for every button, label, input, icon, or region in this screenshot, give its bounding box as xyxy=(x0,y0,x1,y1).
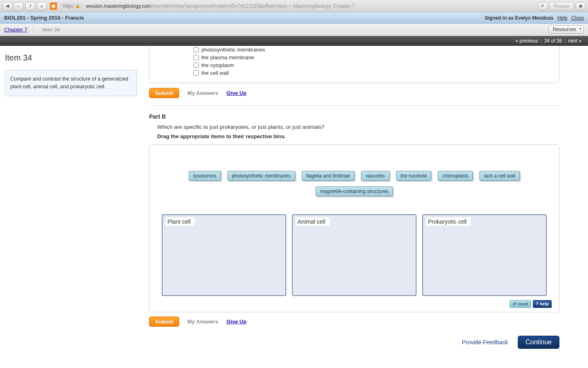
bin-label: Prokaryotic cell xyxy=(426,218,471,226)
url-path: /myct/itemView?assignmentProblemID=74122… xyxy=(151,3,287,9)
give-up-link[interactable]: Give Up xyxy=(226,319,246,325)
part-b-question: Which are specific to just prokaryotes, … xyxy=(157,124,559,130)
checkbox-option[interactable]: the plasma membrane xyxy=(157,54,552,61)
lock-icon: 🔒 xyxy=(75,4,80,8)
chevron-right-icon: 〉 xyxy=(31,25,38,34)
settings-button[interactable]: ◉ xyxy=(576,2,586,10)
provide-feedback-link[interactable]: Provide Feedback xyxy=(462,339,508,346)
item-title: Item 34 xyxy=(5,53,137,63)
part-b-actions: Submit My Answers Give Up xyxy=(149,316,559,327)
reset-button[interactable]: reset xyxy=(510,300,531,308)
draggable-chip[interactable]: vacuoles xyxy=(361,171,389,181)
previous-link[interactable]: « previous xyxy=(513,38,540,44)
draggable-chip[interactable]: photosynthetic membranes xyxy=(227,171,295,181)
submit-button[interactable]: Submit xyxy=(149,316,179,327)
my-answers-link[interactable]: My Answers xyxy=(187,319,218,325)
reload-button[interactable]: ⟳ xyxy=(538,2,548,10)
next-link[interactable]: next » xyxy=(566,38,584,44)
help-link[interactable]: Help xyxy=(557,15,568,21)
sidebar: Item 34 Compare and contrast the structu… xyxy=(0,46,141,361)
drop-bin-plant[interactable]: Plant cell xyxy=(162,214,286,296)
option-label: the cytoplasm xyxy=(201,62,234,68)
my-answers-link[interactable]: My Answers xyxy=(187,90,218,96)
chips-source-area: lysosomes photosynthetic membranes flage… xyxy=(157,156,552,206)
draggable-chip[interactable]: magnetite-containing structures xyxy=(316,186,393,196)
draggable-chip[interactable]: lack a cell wall xyxy=(479,171,520,181)
reader-button[interactable]: Reader xyxy=(549,2,574,10)
course-header: BIOL201 - Spring 2016 - Francis Signed i… xyxy=(0,12,588,24)
divider xyxy=(149,105,559,106)
content-area: photosynthetic membranes the plasma memb… xyxy=(141,46,588,361)
progress-position: 34 of 38 xyxy=(542,38,564,44)
continue-button[interactable]: Continue xyxy=(518,336,559,349)
drop-bin-prokaryotic[interactable]: Prokaryotic cell xyxy=(422,214,547,296)
help-button[interactable]: help xyxy=(533,300,552,308)
part-a-actions: Submit My Answers Give Up xyxy=(149,88,559,98)
checkbox[interactable] xyxy=(194,55,199,60)
forward-button[interactable]: ▶ xyxy=(14,2,24,10)
drag-drop-frame: lysosomes photosynthetic membranes flage… xyxy=(149,144,559,312)
url-domain: session.masteringbiology.com xyxy=(86,3,151,9)
dd-footer: reset help xyxy=(157,300,552,308)
checkbox[interactable] xyxy=(194,47,199,52)
close-link[interactable]: Close xyxy=(571,15,584,21)
option-label: the cell wall xyxy=(201,70,229,76)
draggable-chip[interactable]: lysosomes xyxy=(189,171,221,181)
submit-button[interactable]: Submit xyxy=(149,88,179,98)
breadcrumb-chapter-link[interactable]: Chapter 7 xyxy=(4,27,27,33)
add-button[interactable]: + xyxy=(37,2,47,10)
drop-bin-animal[interactable]: Animal cell xyxy=(292,214,416,296)
item-description: Compare and contrast the structure of a … xyxy=(5,70,137,96)
back-button[interactable]: ◀ xyxy=(2,2,12,10)
checkbox-option[interactable]: the cytoplasm xyxy=(157,61,552,69)
url-scheme-pill: https 🔒 xyxy=(60,3,82,9)
address-bar[interactable]: session.masteringbiology.com/myct/itemVi… xyxy=(84,3,536,9)
favicon: ◉ xyxy=(50,2,57,10)
progress-bar: « previous | 34 of 38 | next » xyxy=(0,36,588,46)
share-button[interactable]: ⇪ xyxy=(25,2,35,10)
checkbox-option[interactable]: the cell wall xyxy=(157,69,552,77)
bins-row: Plant cell Animal cell Prokaryotic cell xyxy=(162,214,547,296)
bottom-row: Provide Feedback Continue xyxy=(149,336,559,349)
breadcrumb-bar: Chapter 7 〉 Item 34 Resources xyxy=(0,24,588,36)
browser-toolbar: ◀ ▶ ⇪ + ◉ https 🔒 session.masteringbiolo… xyxy=(0,0,588,12)
draggable-chip[interactable]: chloroplasts xyxy=(438,171,473,181)
resources-dropdown[interactable]: Resources xyxy=(548,25,584,34)
checkbox-option[interactable]: photosynthetic membranes xyxy=(157,46,552,54)
scheme-label: https xyxy=(63,3,74,9)
option-label: the plasma membrane xyxy=(201,54,254,61)
signed-in-label: Signed in as Evelyn Mendoza xyxy=(485,15,553,21)
part-a-answer-box: photosynthetic membranes the plasma memb… xyxy=(149,46,559,83)
part-b-instruction: Drag the appropriate items to their resp… xyxy=(157,133,559,139)
bin-label: Plant cell xyxy=(166,218,195,226)
course-title: BIOL201 - Spring 2016 - Francis xyxy=(4,15,485,21)
checkbox[interactable] xyxy=(194,63,199,68)
draggable-chip[interactable]: flagella and fimbriae xyxy=(302,171,354,181)
give-up-link[interactable]: Give Up xyxy=(226,90,246,96)
breadcrumb-current: Item 34 xyxy=(42,27,60,33)
part-b-title: Part B xyxy=(149,113,559,120)
checkbox[interactable] xyxy=(194,70,199,76)
draggable-chip[interactable]: the nucleoid xyxy=(396,171,432,181)
url-tab-title: — MasteringBiology: Chapter 7 xyxy=(287,3,355,9)
option-label: photosynthetic membranes xyxy=(201,47,265,53)
bin-label: Animal cell xyxy=(296,218,330,226)
